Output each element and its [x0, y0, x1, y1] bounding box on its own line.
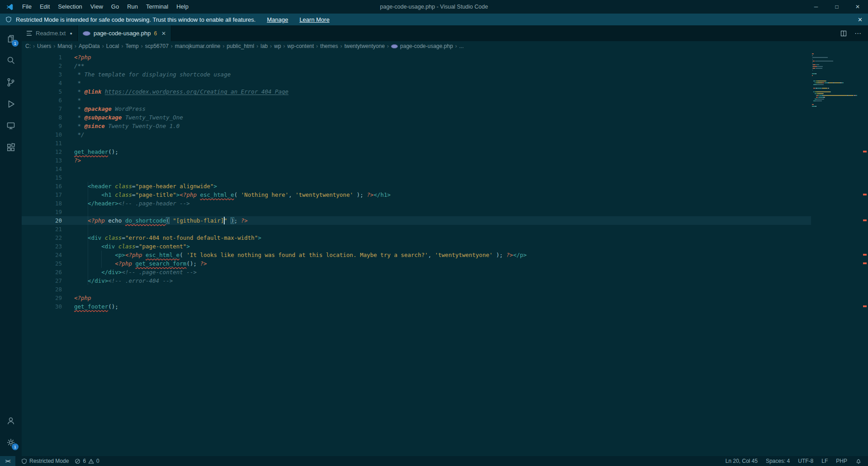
line-number: 13 [22, 156, 62, 165]
encoding-status[interactable]: UTF-8 [798, 458, 813, 464]
language-mode-status[interactable]: PHP [836, 458, 847, 464]
breadcrumb-item[interactable]: lab [260, 43, 268, 49]
code-line-20[interactable]: 20 <?php echo do_shortcode( "[github-fla… [22, 216, 811, 225]
source-control-icon [5, 77, 16, 88]
breadcrumb-item[interactable]: themes [320, 43, 338, 49]
menu-edit[interactable]: Edit [36, 0, 54, 14]
breadcrumb-item[interactable]: Users [37, 43, 51, 49]
minimap[interactable] [812, 53, 862, 107]
more-actions-icon[interactable]: ⋯ [854, 29, 862, 38]
breadcrumb-item[interactable]: twentytwentyone [344, 43, 385, 49]
code-line-21[interactable]: 21 [22, 225, 811, 233]
code-line-29[interactable]: 29<?php [22, 294, 811, 302]
code-line-12[interactable]: 12get_header(); [22, 147, 811, 156]
remote-indicator[interactable]: >< [0, 456, 15, 466]
breadcrumb-item[interactable]: ... [459, 43, 464, 49]
learn-more-link[interactable]: Learn More [299, 16, 329, 23]
accounts-button[interactable] [0, 410, 22, 432]
code-line-19[interactable]: 19 [22, 208, 811, 216]
run-and-debug-icon [5, 99, 16, 109]
menu-go[interactable]: Go [107, 0, 123, 14]
chevron-right-icon: › [141, 43, 143, 49]
problems-status[interactable]: 6 0 [75, 458, 99, 464]
line-number: 26 [22, 268, 62, 276]
minimap-line [812, 105, 862, 107]
breadcrumb-item[interactable]: manojkumar.online [175, 43, 221, 49]
close-tab-icon[interactable]: ✕ [161, 30, 166, 37]
breadcrumb-label: twentytwentyone [344, 43, 385, 49]
overview-ruler[interactable] [862, 51, 868, 456]
restricted-mode-banner: Restricted Mode is intended for safe cod… [0, 14, 868, 25]
split-editor-icon[interactable] [840, 30, 847, 37]
sidebar-item-remote-explorer[interactable] [0, 115, 22, 137]
breadcrumb-label: lab [260, 43, 268, 49]
indentation-status[interactable]: Spaces: 4 [766, 458, 790, 464]
code-line-13[interactable]: 13?> [22, 156, 811, 165]
code-line-16[interactable]: 16 <header class="page-header alignwide"… [22, 182, 811, 190]
notifications-bell-icon[interactable] [855, 458, 862, 464]
code-line-14[interactable]: 14 [22, 165, 811, 173]
breadcrumb-item[interactable]: page-code-usage.php [391, 43, 453, 49]
maximize-button[interactable]: □ [826, 0, 847, 14]
code-line-7[interactable]: 7 * @package WordPress [22, 105, 811, 113]
code-line-18[interactable]: 18 </header><!-- .page-header --> [22, 199, 811, 208]
code-line-26[interactable]: 26 </div><!-- .page-content --> [22, 268, 811, 276]
cursor-position-status[interactable]: Ln 20, Col 45 [726, 458, 758, 464]
code-line-5[interactable]: 5 * @link https://codex.wordpress.org/Cr… [22, 87, 811, 96]
code-editor[interactable]: 1<?php2/**3 * The template for displayin… [22, 51, 868, 456]
code-line-28[interactable]: 28 [22, 285, 811, 294]
code-line-23[interactable]: 23 <div class="page-content"> [22, 242, 811, 251]
line-number: 18 [22, 199, 62, 208]
error-count: 6 [83, 458, 86, 464]
breadcrumb-label: Local [106, 43, 119, 49]
code-line-6[interactable]: 6 * [22, 96, 811, 105]
code-line-3[interactable]: 3 * The template for displaying shortcod… [22, 70, 811, 79]
close-window-button[interactable]: ✕ [847, 0, 868, 14]
breadcrumb-item[interactable]: Temp [125, 43, 138, 49]
code-line-30[interactable]: 30get_footer(); [22, 302, 811, 311]
tab-page-code-usage.php[interactable]: page-code-usage.php6✕ [78, 25, 171, 41]
breadcrumb-item[interactable]: C: [25, 43, 31, 49]
minimize-button[interactable]: ─ [806, 0, 826, 14]
breadcrumb-item[interactable]: public_html [227, 43, 255, 49]
sidebar-item-extensions[interactable] [0, 137, 22, 158]
tab-Readme.txt[interactable]: Readme.txt● [22, 25, 78, 41]
sidebar-item-source-control[interactable] [0, 71, 22, 93]
breadcrumb-item[interactable]: scp56707 [145, 43, 169, 49]
breadcrumb-item[interactable]: wp [274, 43, 281, 49]
manage-link[interactable]: Manage [267, 16, 288, 23]
code-line-27[interactable]: 27 </div><!-- .error-404 --> [22, 276, 811, 285]
menu-selection[interactable]: Selection [54, 0, 86, 14]
breadcrumb-item[interactable]: wp-content [288, 43, 314, 49]
code-line-15[interactable]: 15 [22, 173, 811, 182]
code-line-11[interactable]: 11 [22, 139, 811, 147]
code-line-17[interactable]: 17 <h1 class="page-title"><?php esc_html… [22, 190, 811, 199]
breadcrumb-item[interactable]: AppData [79, 43, 100, 49]
code-line-1[interactable]: 1<?php [22, 53, 811, 62]
eol-status[interactable]: LF [821, 458, 828, 464]
code-line-22[interactable]: 22 <div class="error-404 not-found defau… [22, 233, 811, 242]
code-line-2[interactable]: 2/** [22, 62, 811, 70]
code-line-8[interactable]: 8 * @subpackage Twenty_Twenty_One [22, 113, 811, 122]
sidebar-item-search[interactable] [0, 50, 22, 71]
menu-file[interactable]: File [18, 0, 36, 14]
code-line-24[interactable]: 24 <p><?php esc_html_e( 'It looks like n… [22, 251, 811, 259]
banner-close-icon[interactable]: ✕ [858, 16, 863, 23]
code-line-4[interactable]: 4 * [22, 79, 811, 87]
menu-terminal[interactable]: Terminal [142, 0, 172, 14]
settings-button[interactable]: 1 [0, 432, 22, 453]
restricted-mode-status[interactable]: Restricted Mode [21, 458, 69, 464]
modified-dot-icon[interactable]: ● [69, 31, 72, 36]
code-line-25[interactable]: 25 <?php get_search_form(); ?> [22, 259, 811, 268]
menu-view[interactable]: View [86, 0, 107, 14]
sidebar-item-run-and-debug[interactable] [0, 93, 22, 115]
breadcrumb-label: ... [459, 43, 464, 49]
breadcrumb-label: wp-content [288, 43, 314, 49]
menu-help[interactable]: Help [172, 0, 193, 14]
sidebar-item-explorer[interactable]: 1 [0, 28, 22, 50]
breadcrumb-item[interactable]: Local [106, 43, 119, 49]
breadcrumb-item[interactable]: Manoj [57, 43, 72, 49]
code-line-10[interactable]: 10 */ [22, 130, 811, 139]
menu-run[interactable]: Run [123, 0, 142, 14]
code-line-9[interactable]: 9 * @since Twenty Twenty-One 1.0 [22, 122, 811, 130]
